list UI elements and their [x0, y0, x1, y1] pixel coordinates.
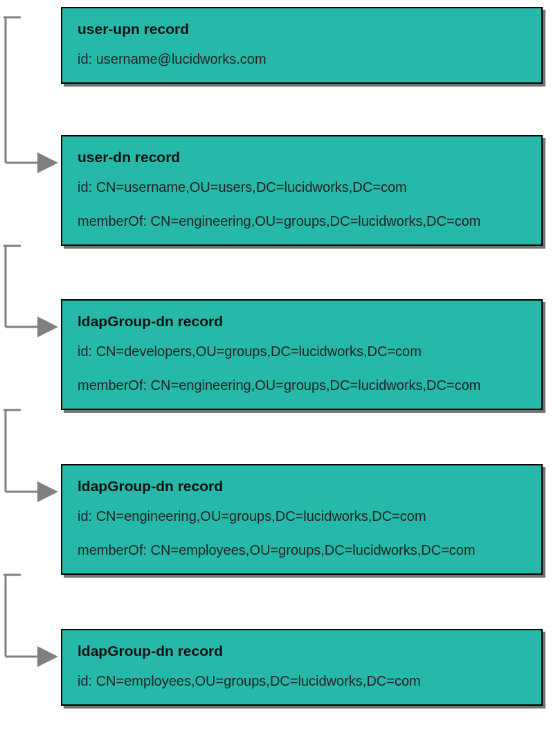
- record-title: ldapGroup-dn record: [78, 643, 526, 659]
- record-title: ldapGroup-dn record: [78, 478, 526, 495]
- record-title: user-dn record: [78, 149, 526, 166]
- record-memberof-line: memberOf: CN=engineering,OU=groups,DC=lu…: [78, 376, 526, 395]
- record-box-user-dn: user-dn record id: CN=username,OU=users,…: [61, 135, 543, 246]
- record-title: user-upn record: [78, 21, 526, 37]
- record-box-ldapgroup-developers: ldapGroup-dn record id: CN=developers,OU…: [61, 299, 543, 410]
- record-id-line: id: CN=developers,OU=groups,DC=lucidwork…: [78, 342, 526, 361]
- record-id-line: id: CN=engineering,OU=groups,DC=lucidwor…: [78, 507, 526, 526]
- record-box-user-upn: user-upn record id: username@lucidworks.…: [61, 7, 543, 84]
- record-memberof-line: memberOf: CN=engineering,OU=groups,DC=lu…: [78, 212, 526, 231]
- record-box-ldapgroup-engineering: ldapGroup-dn record id: CN=engineering,O…: [61, 464, 543, 575]
- record-title: ldapGroup-dn record: [78, 313, 526, 330]
- record-box-ldapgroup-employees: ldapGroup-dn record id: CN=employees,OU=…: [61, 629, 543, 706]
- record-id-line: id: username@lucidworks.com: [78, 50, 526, 69]
- record-id-line: id: CN=employees,OU=groups,DC=lucidworks…: [78, 672, 526, 691]
- record-id-line: id: CN=username,OU=users,DC=lucidworks,D…: [78, 178, 526, 197]
- record-memberof-line: memberOf: CN=employees,OU=groups,DC=luci…: [78, 541, 526, 560]
- diagram-canvas: user-upn record id: username@lucidworks.…: [0, 0, 560, 730]
